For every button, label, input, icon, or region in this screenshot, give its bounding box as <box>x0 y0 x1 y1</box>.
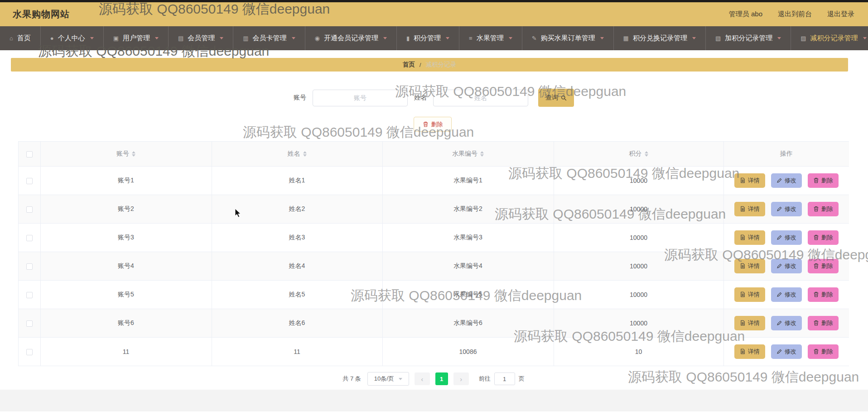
col-header-account[interactable]: 账号 <box>40 142 212 166</box>
breadcrumb-current: 减积分记录 <box>426 61 457 69</box>
prev-page-button[interactable]: ‹ <box>415 372 430 385</box>
nav-item-member-card-mgmt[interactable]: ▥ 会员卡管理 <box>233 26 305 50</box>
col-header-name[interactable]: 姓名 <box>212 142 382 166</box>
detail-button[interactable]: 详情 <box>734 202 765 216</box>
trash-icon <box>813 206 819 212</box>
users-icon: ▣ <box>113 35 119 42</box>
cell-name: 姓名6 <box>212 309 382 337</box>
row-checkbox[interactable] <box>26 206 33 213</box>
cell-points: 10000 <box>554 223 723 252</box>
sort-icon[interactable] <box>303 151 307 157</box>
nav-item-points-mgmt[interactable]: ▮ 积分管理 <box>397 26 459 50</box>
table-row: 账号6 姓名6 水果编号6 10000 详情 修改 删除 <box>19 309 849 337</box>
table-row: 11 11 10086 10 详情 修改 删除 <box>19 337 849 366</box>
row-checkbox[interactable] <box>26 349 33 355</box>
open-record-icon: ◉ <box>315 35 320 42</box>
cell-name: 姓名2 <box>212 195 382 223</box>
edit-button[interactable]: 修改 <box>771 287 802 302</box>
edit-button[interactable]: 修改 <box>771 344 802 359</box>
table-row: 账号5 姓名5 水果编号5 10000 详情 修改 删除 <box>19 280 849 309</box>
trash-icon <box>813 234 819 240</box>
row-checkbox[interactable] <box>26 263 33 270</box>
detail-button[interactable]: 详情 <box>734 259 765 273</box>
col-header-points[interactable]: 积分 <box>554 142 723 166</box>
chevron-down-icon <box>155 37 159 39</box>
page-number-button[interactable]: 1 <box>435 372 448 385</box>
trash-icon <box>813 263 819 269</box>
delete-button[interactable]: 删除 <box>808 316 839 330</box>
member-icon: ▤ <box>178 35 183 42</box>
row-checkbox[interactable] <box>26 235 33 241</box>
row-checkbox[interactable] <box>26 292 33 298</box>
nav-item-personal-center[interactable]: ● 个人中心 <box>41 26 104 50</box>
nav-item-member-mgmt[interactable]: ▤ 会员管理 <box>169 26 233 50</box>
breadcrumb-separator: / <box>420 62 421 68</box>
delete-button[interactable]: 删除 <box>808 202 839 216</box>
col-header-fruit-no[interactable]: 水果编号 <box>382 142 554 166</box>
header-right: 管理员 abo 退出到前台 退出登录 <box>729 10 854 19</box>
nav-item-add-points-record-mgmt[interactable]: ▧ 加积分记录管理 <box>706 26 791 50</box>
cell-account: 11 <box>40 337 212 366</box>
edit-button[interactable]: 修改 <box>771 230 802 245</box>
trash-icon <box>813 177 819 183</box>
delete-button[interactable]: 删除 <box>808 259 839 273</box>
query-button-label: 查询 <box>545 94 558 102</box>
select-all-checkbox[interactable] <box>26 151 33 158</box>
delete-button[interactable]: 删除 <box>808 287 839 302</box>
delete-button[interactable]: 删除 <box>808 230 839 245</box>
detail-button[interactable]: 详情 <box>734 230 765 245</box>
admin-user-label: 管理员 abo <box>729 10 762 19</box>
nav-item-user-mgmt[interactable]: ▣ 用户管理 <box>104 26 169 50</box>
detail-button[interactable]: 详情 <box>734 287 765 302</box>
name-search-input[interactable] <box>433 90 528 106</box>
bulk-delete-button[interactable]: 删除 <box>414 117 452 132</box>
account-search-label: 账号 <box>294 94 306 102</box>
cell-account: 账号1 <box>40 166 212 195</box>
sort-icon[interactable] <box>480 151 484 157</box>
sort-icon[interactable] <box>645 151 648 157</box>
admin-page: 水果购物网站 管理员 abo 退出到前台 退出登录 ⌂ 首页 ● 个人中心 ▣ … <box>0 0 868 420</box>
fruit-icon: ≡ <box>469 35 473 42</box>
nav-item-home[interactable]: ⌂ 首页 <box>0 26 41 50</box>
edit-button[interactable]: 修改 <box>771 173 802 188</box>
chevron-down-icon <box>446 37 449 39</box>
cell-points: 10000 <box>554 280 723 309</box>
nav-item-purchase-order-mgmt[interactable]: ✎ 购买水果订单管理 <box>522 26 614 50</box>
nav-item-open-member-record-mgmt[interactable]: ◉ 开通会员记录管理 <box>305 26 397 50</box>
detail-button[interactable]: 详情 <box>734 316 765 330</box>
member-card-icon: ▥ <box>243 35 248 42</box>
table-row: 账号3 姓名3 水果编号3 10000 详情 修改 删除 <box>19 223 849 252</box>
sort-icon[interactable] <box>132 151 135 157</box>
nav-item-minus-points-record-mgmt[interactable]: ▨ 减积分记录管理 <box>791 26 868 50</box>
row-checkbox[interactable] <box>26 178 33 184</box>
goto-page-input[interactable] <box>494 372 515 385</box>
search-icon <box>561 95 567 101</box>
detail-button[interactable]: 详情 <box>734 173 765 188</box>
edit-button[interactable]: 修改 <box>771 202 802 216</box>
chevron-down-icon <box>863 37 867 39</box>
page-size-select[interactable]: 10条/页 <box>367 372 409 386</box>
delete-button[interactable]: 删除 <box>808 173 839 188</box>
delete-button[interactable]: 删除 <box>808 344 839 359</box>
points-icon: ▮ <box>406 35 410 42</box>
pen-icon <box>776 234 782 240</box>
edit-button[interactable]: 修改 <box>771 316 802 330</box>
nav-label-fruit-mgmt: 水果管理 <box>477 34 504 43</box>
cell-fruit-no: 水果编号5 <box>382 280 554 309</box>
next-page-button[interactable]: › <box>453 372 469 385</box>
exit-to-front-link[interactable]: 退出到前台 <box>778 10 812 19</box>
cell-points: 10000 <box>554 166 723 195</box>
chevron-down-icon <box>383 37 387 39</box>
cell-account: 账号5 <box>40 280 212 309</box>
name-search-label: 姓名 <box>414 94 427 102</box>
query-button[interactable]: 查询 <box>538 89 574 107</box>
row-checkbox[interactable] <box>26 320 33 327</box>
detail-button[interactable]: 详情 <box>734 344 765 359</box>
account-search-input[interactable] <box>313 90 408 106</box>
breadcrumb-home[interactable]: 首页 <box>403 61 415 69</box>
nav-item-fruit-mgmt[interactable]: ≡ 水果管理 <box>459 26 522 50</box>
edit-button[interactable]: 修改 <box>771 259 802 273</box>
logout-link[interactable]: 退出登录 <box>827 10 854 19</box>
nav-item-points-exchange-record-mgmt[interactable]: ▦ 积分兑换记录管理 <box>614 26 706 50</box>
pen-icon <box>776 291 782 297</box>
